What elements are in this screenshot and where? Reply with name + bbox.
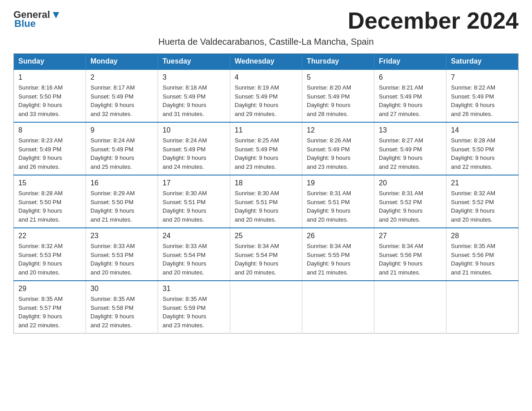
day-number: 26 <box>307 232 369 240</box>
calendar-cell: 21 Sunrise: 8:32 AM Sunset: 5:52 PM Dayl… <box>446 175 519 228</box>
calendar-cell: 22 Sunrise: 8:32 AM Sunset: 5:53 PM Dayl… <box>14 228 86 281</box>
day-info: Sunrise: 8:24 AM Sunset: 5:49 PM Dayligh… <box>163 136 225 171</box>
calendar-cell: 15 Sunrise: 8:28 AM Sunset: 5:50 PM Dayl… <box>14 175 86 228</box>
day-info: Sunrise: 8:34 AM Sunset: 5:55 PM Dayligh… <box>307 242 369 277</box>
calendar-cell: 12 Sunrise: 8:26 AM Sunset: 5:49 PM Dayl… <box>302 122 374 175</box>
logo-blue-text: Blue <box>14 18 36 30</box>
day-info: Sunrise: 8:21 AM Sunset: 5:49 PM Dayligh… <box>379 83 442 118</box>
calendar-cell: 4 Sunrise: 8:19 AM Sunset: 5:49 PM Dayli… <box>230 69 302 122</box>
location-subtitle: Huerta de Valdecarabanos, Castille-La Ma… <box>13 37 519 47</box>
day-info: Sunrise: 8:32 AM Sunset: 5:52 PM Dayligh… <box>451 189 514 224</box>
calendar-cell: 25 Sunrise: 8:34 AM Sunset: 5:54 PM Dayl… <box>230 228 302 281</box>
calendar-cell: 2 Sunrise: 8:17 AM Sunset: 5:49 PM Dayli… <box>86 69 158 122</box>
weekday-header-sunday: Sunday <box>14 54 86 70</box>
calendar-cell: 26 Sunrise: 8:34 AM Sunset: 5:55 PM Dayl… <box>302 228 374 281</box>
day-info: Sunrise: 8:31 AM Sunset: 5:52 PM Dayligh… <box>379 189 442 224</box>
day-number: 31 <box>163 285 225 293</box>
calendar-cell: 16 Sunrise: 8:29 AM Sunset: 5:50 PM Dayl… <box>86 175 158 228</box>
calendar-cell: 10 Sunrise: 8:24 AM Sunset: 5:49 PM Dayl… <box>158 122 230 175</box>
title-area: December 2024 <box>348 9 519 32</box>
calendar-cell: 30 Sunrise: 8:35 AM Sunset: 5:58 PM Dayl… <box>86 281 158 334</box>
month-title: December 2024 <box>348 9 519 32</box>
calendar-cell: 5 Sunrise: 8:20 AM Sunset: 5:49 PM Dayli… <box>302 69 374 122</box>
calendar-cell: 1 Sunrise: 8:16 AM Sunset: 5:50 PM Dayli… <box>14 69 86 122</box>
day-number: 15 <box>18 179 81 187</box>
day-number: 2 <box>90 73 153 81</box>
day-number: 14 <box>451 126 514 134</box>
day-info: Sunrise: 8:34 AM Sunset: 5:54 PM Dayligh… <box>235 242 297 277</box>
calendar-cell: 3 Sunrise: 8:18 AM Sunset: 5:49 PM Dayli… <box>158 69 230 122</box>
logo: General Blue <box>13 9 61 30</box>
calendar-cell: 23 Sunrise: 8:33 AM Sunset: 5:53 PM Dayl… <box>86 228 158 281</box>
day-info: Sunrise: 8:27 AM Sunset: 5:49 PM Dayligh… <box>379 136 442 171</box>
weekday-header-friday: Friday <box>374 54 446 70</box>
day-info: Sunrise: 8:16 AM Sunset: 5:50 PM Dayligh… <box>18 83 81 118</box>
calendar-cell: 19 Sunrise: 8:31 AM Sunset: 5:51 PM Dayl… <box>302 175 374 228</box>
day-number: 13 <box>379 126 442 134</box>
day-number: 6 <box>379 73 442 81</box>
day-info: Sunrise: 8:20 AM Sunset: 5:49 PM Dayligh… <box>307 83 369 118</box>
page-header: General Blue December 2024 <box>13 9 519 32</box>
day-number: 12 <box>307 126 369 134</box>
day-number: 10 <box>163 126 225 134</box>
day-number: 7 <box>451 73 514 81</box>
calendar-cell: 9 Sunrise: 8:24 AM Sunset: 5:49 PM Dayli… <box>86 122 158 175</box>
day-number: 19 <box>307 179 369 187</box>
calendar-cell: 18 Sunrise: 8:30 AM Sunset: 5:51 PM Dayl… <box>230 175 302 228</box>
day-info: Sunrise: 8:35 AM Sunset: 5:59 PM Dayligh… <box>163 295 225 330</box>
calendar-cell: 28 Sunrise: 8:35 AM Sunset: 5:56 PM Dayl… <box>446 228 519 281</box>
day-number: 17 <box>163 179 225 187</box>
day-number: 16 <box>90 179 153 187</box>
weekday-header-saturday: Saturday <box>446 54 519 70</box>
calendar-cell: 20 Sunrise: 8:31 AM Sunset: 5:52 PM Dayl… <box>374 175 446 228</box>
weekday-header-monday: Monday <box>86 54 158 70</box>
calendar-cell <box>374 281 446 334</box>
calendar-week-row: 22 Sunrise: 8:32 AM Sunset: 5:53 PM Dayl… <box>14 228 519 281</box>
day-info: Sunrise: 8:19 AM Sunset: 5:49 PM Dayligh… <box>235 83 297 118</box>
day-number: 21 <box>451 179 514 187</box>
day-info: Sunrise: 8:33 AM Sunset: 5:54 PM Dayligh… <box>163 242 225 277</box>
calendar-cell: 29 Sunrise: 8:35 AM Sunset: 5:57 PM Dayl… <box>14 281 86 334</box>
calendar-week-row: 1 Sunrise: 8:16 AM Sunset: 5:50 PM Dayli… <box>14 69 519 122</box>
day-number: 23 <box>90 232 153 240</box>
day-number: 24 <box>163 232 225 240</box>
calendar-cell <box>446 281 519 334</box>
day-info: Sunrise: 8:29 AM Sunset: 5:50 PM Dayligh… <box>90 189 153 224</box>
day-number: 20 <box>379 179 442 187</box>
day-number: 5 <box>307 73 369 81</box>
day-info: Sunrise: 8:17 AM Sunset: 5:49 PM Dayligh… <box>90 83 153 118</box>
calendar-cell: 8 Sunrise: 8:23 AM Sunset: 5:49 PM Dayli… <box>14 122 86 175</box>
day-number: 22 <box>18 232 81 240</box>
day-info: Sunrise: 8:30 AM Sunset: 5:51 PM Dayligh… <box>163 189 225 224</box>
weekday-header-row: SundayMondayTuesdayWednesdayThursdayFrid… <box>14 54 519 70</box>
day-number: 25 <box>235 232 297 240</box>
day-number: 29 <box>18 285 81 293</box>
day-number: 11 <box>235 126 297 134</box>
day-info: Sunrise: 8:35 AM Sunset: 5:58 PM Dayligh… <box>90 295 153 330</box>
weekday-header-wednesday: Wednesday <box>230 54 302 70</box>
weekday-header-tuesday: Tuesday <box>158 54 230 70</box>
day-number: 18 <box>235 179 297 187</box>
day-info: Sunrise: 8:35 AM Sunset: 5:56 PM Dayligh… <box>451 242 514 277</box>
day-info: Sunrise: 8:23 AM Sunset: 5:49 PM Dayligh… <box>18 136 81 171</box>
day-info: Sunrise: 8:32 AM Sunset: 5:53 PM Dayligh… <box>18 242 81 277</box>
day-info: Sunrise: 8:35 AM Sunset: 5:57 PM Dayligh… <box>18 295 81 330</box>
day-info: Sunrise: 8:33 AM Sunset: 5:53 PM Dayligh… <box>90 242 153 277</box>
calendar-cell: 31 Sunrise: 8:35 AM Sunset: 5:59 PM Dayl… <box>158 281 230 334</box>
day-number: 28 <box>451 232 514 240</box>
day-info: Sunrise: 8:25 AM Sunset: 5:49 PM Dayligh… <box>235 136 297 171</box>
calendar-table: SundayMondayTuesdayWednesdayThursdayFrid… <box>13 53 519 334</box>
calendar-cell: 13 Sunrise: 8:27 AM Sunset: 5:49 PM Dayl… <box>374 122 446 175</box>
calendar-week-row: 15 Sunrise: 8:28 AM Sunset: 5:50 PM Dayl… <box>14 175 519 228</box>
calendar-cell <box>230 281 302 334</box>
day-info: Sunrise: 8:30 AM Sunset: 5:51 PM Dayligh… <box>235 189 297 224</box>
calendar-cell <box>302 281 374 334</box>
day-info: Sunrise: 8:28 AM Sunset: 5:50 PM Dayligh… <box>18 189 81 224</box>
calendar-cell: 7 Sunrise: 8:22 AM Sunset: 5:49 PM Dayli… <box>446 69 519 122</box>
day-number: 8 <box>18 126 81 134</box>
day-number: 9 <box>90 126 153 134</box>
day-number: 27 <box>379 232 442 240</box>
calendar-cell: 6 Sunrise: 8:21 AM Sunset: 5:49 PM Dayli… <box>374 69 446 122</box>
day-number: 1 <box>18 73 81 81</box>
calendar-cell: 11 Sunrise: 8:25 AM Sunset: 5:49 PM Dayl… <box>230 122 302 175</box>
